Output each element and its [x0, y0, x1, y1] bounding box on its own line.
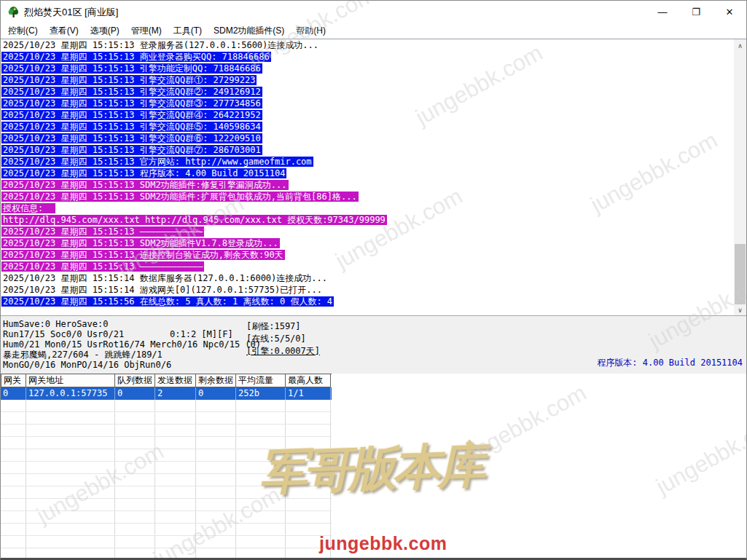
table-header-cell[interactable]: 剩余数据 — [196, 374, 236, 387]
scroll-thumb[interactable] — [735, 244, 746, 304]
menu-item-sdm2-plugin[interactable]: SDM2功能插件(S) — [208, 23, 290, 39]
stats-line: 暴走邪魔蝎,227/604 - 跳跳蜂/189/1 — [3, 350, 261, 360]
log-line-text: 2025/10/23 星期四 15:15:13 商业登录器购买QQ: 71884… — [1, 52, 271, 62]
version-label: 程序版本: 4.00 Build 20151104 — [597, 357, 743, 369]
scroll-up-icon[interactable]: ∧ — [734, 39, 746, 52]
log-line-text: 2025/10/23 星期四 15:15:13 官方网站: http://www… — [1, 157, 313, 167]
log-line: 2025/10/23 星期四 15:15:13 连接控制台验证成功,剩余天数:9… — [1, 249, 746, 261]
log-line: 2025/10/23 星期四 15:15:13 登录服务器(127.0.0.1:… — [1, 39, 746, 51]
table-cell: 0 — [196, 387, 236, 400]
log-line: 2025/10/23 星期四 15:15:13 SDM2功能插件V1.7.8登录… — [1, 237, 746, 249]
app-window: 烈焰焚天01区 [商业版] — ❐ ✕ 控制(C)查看(V)选项(P)管理(M)… — [0, 0, 747, 560]
log-line-text: 2025/10/23 星期四 15:15:13 程序版本: 4.00 Build… — [1, 168, 286, 178]
title-bar: 烈焰焚天01区 [商业版] — ❐ ✕ — [1, 1, 746, 23]
menu-item-options[interactable]: 选项(P) — [85, 23, 125, 39]
maximize-button[interactable]: ❐ — [679, 1, 713, 23]
table-header-cell[interactable]: 网关地址 — [26, 374, 115, 387]
log-line-text: 2025/10/23 星期四 15:15:13 登录服务器(127.0.0.1:… — [1, 40, 320, 50]
watermark-site-label: jungebbk.com — [319, 533, 447, 554]
stats-counters: [刷怪:1597][在线:5/5/0][引擎:0.0007天] — [246, 320, 320, 358]
log-line-text: 2025/10/23 星期四 15:15:13 引擎交流QQ群②: 249126… — [1, 87, 262, 97]
stats-counter: [在线:5/5/0] — [246, 333, 320, 345]
table-empty-row — [1, 412, 332, 425]
log-line: 2025/10/23 星期四 15:15:13 SDM2功能插件:扩展背包加载成… — [1, 191, 746, 202]
log-line: 2025/10/23 星期四 15:15:14 游戏网关[0](127.0.0.… — [1, 284, 746, 296]
log-line-text: 2025/10/23 星期四 15:15:56 在线总数: 5 真人数: 1 离… — [1, 296, 334, 307]
log-line: 授权信息: — [1, 202, 746, 214]
stats-counter[interactable]: [引擎:0.0007天] — [246, 345, 320, 358]
log-line-text: 2025/10/23 星期四 15:15:13 引擎交流QQ群⑥: 122209… — [1, 133, 262, 143]
table-empty-row — [1, 511, 332, 524]
stats-left-block: HumSave:0 HeroSave:0Run17/15 Soc0/0 Usr0… — [3, 319, 261, 370]
menu-item-help[interactable]: 帮助(H) — [290, 23, 332, 39]
log-line: 2025/10/23 星期四 15:15:13 引擎交流QQ群⑥: 122209… — [1, 133, 746, 144]
table-row[interactable]: 0127.0.0.1:57735020252b1/1 — [1, 387, 332, 400]
log-line: 2025/10/23 星期四 15:15:13 ———————————— — [1, 226, 746, 237]
table-header-row: 网关网关地址队列数据发送数据剩余数据平均流量最高人数 — [1, 374, 332, 387]
stats-line: MonGO/0/16 MonPO/14/16 ObjRun0/6 — [3, 360, 261, 370]
menu-item-view[interactable]: 查看(V) — [44, 23, 85, 39]
menu-item-control[interactable]: 控制(C) — [2, 23, 44, 39]
close-button[interactable]: ✕ — [713, 1, 746, 23]
table-header-cell[interactable]: 平均流量 — [236, 374, 286, 387]
log-line-text: 2025/10/23 星期四 15:15:13 引擎交流QQ群③: 277734… — [1, 98, 262, 109]
log-line-text: 2025/10/23 星期四 15:15:14 游戏网关[0](127.0.0.… — [1, 285, 324, 295]
log-line: 2025/10/23 星期四 15:15:13 引擎交流QQ群④: 264221… — [1, 109, 746, 121]
log-line: 2025/10/23 星期四 15:15:13 引擎交流QQ群①: 272992… — [1, 74, 746, 86]
log-scrollbar[interactable]: ∧ ∨ — [734, 39, 746, 316]
log-area[interactable]: 2025/10/23 星期四 15:15:13 登录服务器(127.0.0.1:… — [1, 39, 746, 315]
log-line-text: 授权信息: — [1, 203, 55, 213]
stats-panel: HumSave:0 HeroSave:0Run17/15 Soc0/0 Usr0… — [1, 315, 746, 374]
log-line-text: 2025/10/23 星期四 15:15:13 SDM2功能插件V1.7.8登录… — [1, 238, 280, 248]
log-line: 2025/10/23 星期四 15:15:13 商业登录器购买QQ: 71884… — [1, 51, 746, 63]
log-line-text: http://dlq.945.com/xxx.txt http://dlq.94… — [1, 215, 387, 225]
log-line-text: 2025/10/23 星期四 15:15:13 SDM2功能插件:修复引擎漏洞成… — [1, 180, 289, 190]
stats-line: HumSave:0 HeroSave:0 — [3, 319, 261, 329]
log-line: 2025/10/23 星期四 15:15:13 引擎交流QQ群③: 277734… — [1, 98, 746, 109]
log-line: 2025/10/23 星期四 15:15:13 引擎交流QQ群⑦: 286703… — [1, 144, 746, 156]
table-cell: 127.0.0.1:57735 — [26, 387, 115, 400]
table-cell: 0 — [115, 387, 155, 400]
log-line: 2025/10/23 星期四 15:15:13 引擎功能定制QQ: 718846… — [1, 63, 746, 74]
minimize-button[interactable]: — — [646, 1, 679, 23]
log-line: 2025/10/23 星期四 15:15:13 SDM2功能插件:修复引擎漏洞成… — [1, 179, 746, 191]
log-line-text: 2025/10/23 星期四 15:15:13 ———————————— — [1, 261, 204, 272]
stats-line: Hum0/21 Mon0/15 UsrRot16/74 Merch0/16 Np… — [3, 339, 261, 350]
table-cell: 0 — [1, 387, 26, 400]
table-header-cell[interactable]: 发送数据 — [155, 374, 196, 387]
log-line: 2025/10/23 星期四 15:15:14 数据库服务器(127.0.0.1… — [1, 272, 746, 284]
log-line: 2025/10/23 星期四 15:15:13 程序版本: 4.00 Build… — [1, 167, 746, 179]
table-cell: 1/1 — [286, 387, 331, 400]
table-empty-row — [1, 425, 332, 437]
log-line-text: 2025/10/23 星期四 15:15:14 数据库服务器(127.0.0.1… — [1, 273, 329, 283]
log-line: 2025/10/23 星期四 15:15:13 引擎交流QQ群⑤: 140598… — [1, 121, 746, 133]
log-line: http://dlq.945.com/xxx.txt http://dlq.94… — [1, 214, 746, 226]
log-line-text: 2025/10/23 星期四 15:15:13 引擎交流QQ群④: 264221… — [1, 110, 262, 120]
table-empty-row — [1, 400, 332, 412]
table-header-cell[interactable]: 最高人数 — [286, 374, 331, 387]
table-cell: 2 — [155, 387, 196, 400]
app-icon — [7, 6, 20, 18]
scroll-down-icon[interactable]: ∨ — [734, 304, 746, 316]
stats-counter: [刷怪:1597] — [246, 320, 320, 333]
menu-bar: 控制(C)查看(V)选项(P)管理(M)工具(T)SDM2功能插件(S)帮助(H… — [1, 23, 746, 39]
log-line: 2025/10/23 星期四 15:15:56 在线总数: 5 真人数: 1 离… — [1, 296, 746, 307]
watermark-logo: 军哥版本库 — [259, 433, 483, 506]
log-line-text: 2025/10/23 星期四 15:15:13 ———————————— — [1, 226, 204, 237]
table-header-cell[interactable]: 队列数据 — [115, 374, 155, 387]
log-line: 2025/10/23 星期四 15:15:13 ———————————— — [1, 261, 746, 272]
log-line-text: 2025/10/23 星期四 15:15:13 SDM2功能插件:扩展背包加载成… — [1, 192, 359, 202]
log-line: 2025/10/23 星期四 15:15:13 官方网站: http://www… — [1, 156, 746, 167]
log-line-text: 2025/10/23 星期四 15:15:13 引擎交流QQ群⑤: 140598… — [1, 122, 262, 132]
window-title: 烈焰焚天01区 [商业版] — [24, 6, 118, 19]
log-line-text: 2025/10/23 星期四 15:15:13 引擎功能定制QQ: 718846… — [1, 63, 262, 74]
table-header-cell[interactable]: 网关 — [1, 374, 26, 387]
log-line-text: 2025/10/23 星期四 15:15:13 引擎交流QQ群⑦: 286703… — [1, 145, 262, 155]
table-empty-row — [1, 524, 332, 536]
menu-item-tools[interactable]: 工具(T) — [168, 23, 208, 39]
log-line-text: 2025/10/23 星期四 15:15:13 连接控制台验证成功,剩余天数:9… — [1, 250, 285, 260]
menu-item-manage[interactable]: 管理(M) — [125, 23, 168, 39]
stats-line: Run17/15 Soc0/0 Usr0/210:1:2 [M][F] — [3, 329, 261, 339]
table-cell: 252b — [236, 387, 286, 400]
table-empty-row — [1, 536, 332, 548]
